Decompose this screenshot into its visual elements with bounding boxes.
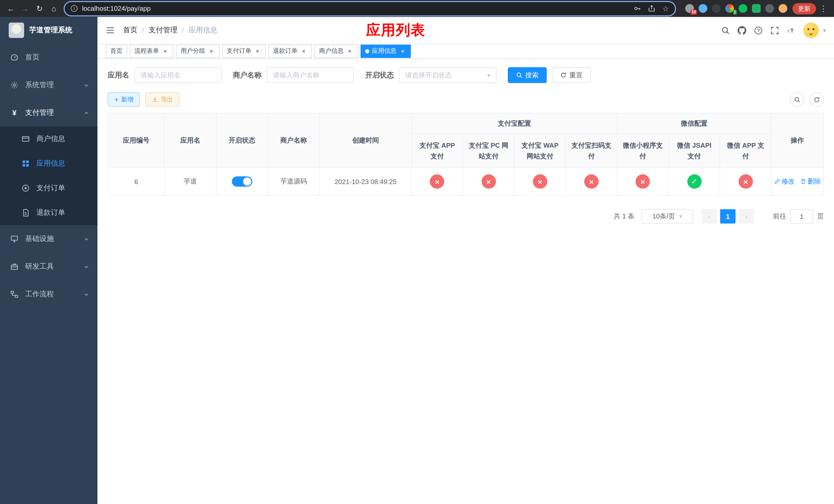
cell-merchant: 芋道源码 [268,167,320,196]
share-icon[interactable] [648,5,656,12]
extension-green-square-icon[interactable] [752,4,761,13]
app-table: 应用编号 应用名 开启状态 商户名称 创建时间 支付宝配置 微信配置 操作 支付… [108,113,824,196]
grid-icon [22,159,30,168]
sidebar-item-refund-order[interactable]: 退款订单 [0,201,97,225]
alipay-qr-status-icon: × [584,174,598,189]
browser-update-button[interactable]: 更新 [792,3,816,14]
cell-app-id: 6 [108,167,164,196]
page-suffix-label: 页 [817,212,824,221]
tab-user-group[interactable]: 用户分组 × [176,44,220,58]
browser-menu-icon[interactable]: ⋮ [817,4,830,13]
col-header-alipay-app: 支付宝 APP 支付 [412,134,463,167]
browser-reload-icon[interactable]: ↻ [33,2,46,15]
sidebar-item-label: 支付管理 [25,108,54,117]
search-button[interactable]: 搜索 [508,67,547,83]
sidebar-item-label: 基础设施 [25,234,54,244]
refresh-button[interactable] [809,92,824,107]
extension-pin-icon[interactable] [765,4,774,13]
sidebar-item-label: 应用信息 [37,159,65,168]
merchant-name-input[interactable] [267,67,354,83]
font-size-icon[interactable]: TT [787,26,796,35]
github-icon[interactable] [738,26,747,35]
reset-button[interactable]: 重置 [552,67,591,83]
tab-pay-order[interactable]: 支付订单 × [222,44,266,58]
app-logo [9,23,24,38]
sidebar-item-dev-tools[interactable]: 研发工具 [0,253,97,280]
add-button[interactable]: + 新增 [108,92,140,107]
sidebar-item-workflow[interactable]: 工作流程 [0,280,97,308]
browser-back-icon[interactable]: ← [4,2,18,15]
hide-search-button[interactable] [790,92,804,107]
search-icon[interactable] [721,26,730,35]
close-icon[interactable]: × [208,47,215,54]
close-icon[interactable]: × [346,47,353,54]
sidebar-item-label: 首页 [25,53,40,62]
sidebar-item-home[interactable]: 首页 [0,44,97,71]
close-icon[interactable]: × [399,47,406,54]
tab-label: 应用信息 [372,47,396,55]
close-icon[interactable]: × [300,47,307,54]
status-toggle[interactable] [232,176,252,187]
tab-merchant-info[interactable]: 商户信息 × [314,44,358,58]
sidebar-collapse-icon[interactable] [106,26,115,35]
user-avatar[interactable] [804,23,819,38]
tab-label: 退款订单 [273,47,298,55]
yen-icon: ¥ [10,109,19,117]
chevron-down-icon [84,236,89,242]
app-name-input[interactable] [134,67,222,83]
main-area: 首页 / 支付管理 / 应用信息 应用列表 ? [97,17,834,504]
current-page-button[interactable]: 1 [720,209,736,224]
export-button-label: 导出 [160,95,173,104]
extension-green-circle-icon[interactable] [739,4,747,13]
tab-refund-order[interactable]: 退款订单 × [268,44,312,58]
workflow-icon [10,290,19,298]
extension-colorful-icon[interactable]: 1 [725,4,734,13]
extensions-puzzle-icon[interactable]: 10 [685,4,694,13]
delete-link[interactable]: 删除 [800,177,821,186]
extension-dark-icon[interactable] [712,4,721,13]
address-bar[interactable]: i localhost:1024/pay/app ☆ [65,2,675,15]
help-icon[interactable]: ? [754,26,763,35]
add-button-label: 新增 [121,95,133,104]
next-page-button[interactable]: › [739,209,754,224]
sidebar-item-merchant-info[interactable]: 商户信息 [0,127,97,151]
sidebar-item-pay-order[interactable]: 支付订单 [0,176,97,201]
site-info-icon[interactable]: i [71,5,78,12]
sidebar-logo-row[interactable]: 芋道管理系统 [0,17,97,44]
tab-app-info[interactable]: 应用信息 × [360,44,411,58]
tab-home[interactable]: 首页 [106,44,127,58]
sidebar-item-label: 退款订单 [37,208,65,217]
password-key-icon[interactable] [634,5,641,12]
sidebar-item-app-info[interactable]: 应用信息 [0,151,97,176]
export-button[interactable]: 导出 [145,92,179,107]
close-icon[interactable]: × [254,47,261,54]
prev-page-button[interactable]: ‹ [702,209,717,224]
goto-page-input[interactable] [790,209,813,224]
edit-link[interactable]: 修改 [774,177,795,186]
browser-home-icon[interactable]: ⌂ [47,2,61,15]
extension-blue-icon[interactable] [699,4,707,13]
col-header-app-name: 应用名 [164,113,216,167]
wechat-jsapi-status-icon: ✓ [687,174,701,189]
tab-label: 支付订单 [227,47,251,55]
sidebar-item-infrastructure[interactable]: 基础设施 [0,225,97,253]
sidebar-item-payment[interactable]: ¥ 支付管理 [0,99,97,127]
breadcrumb-separator: / [182,26,184,35]
sidebar-item-system[interactable]: 系统管理 [0,71,97,99]
page-size-select[interactable]: 10条/页 ▾ [642,209,693,224]
svg-text:?: ? [757,27,760,33]
close-icon[interactable]: × [161,47,169,54]
active-dot [365,49,369,53]
extension-face-icon[interactable] [778,4,787,13]
breadcrumb-home[interactable]: 首页 [123,26,137,35]
tab-process-form[interactable]: 流程表单 × [130,44,173,58]
breadcrumb-payment[interactable]: 支付管理 [149,26,177,35]
bookmark-star-icon[interactable]: ☆ [662,5,669,12]
status-select[interactable]: 请选择开启状态 ▾ [399,67,497,83]
fullscreen-icon[interactable] [771,26,780,35]
edit-link-label: 修改 [782,177,795,186]
browser-forward-icon[interactable]: → [19,2,32,15]
avatar-dropdown-icon[interactable]: ▾ [823,27,826,33]
status-label: 开启状态 [365,70,394,80]
document-icon [22,209,30,217]
